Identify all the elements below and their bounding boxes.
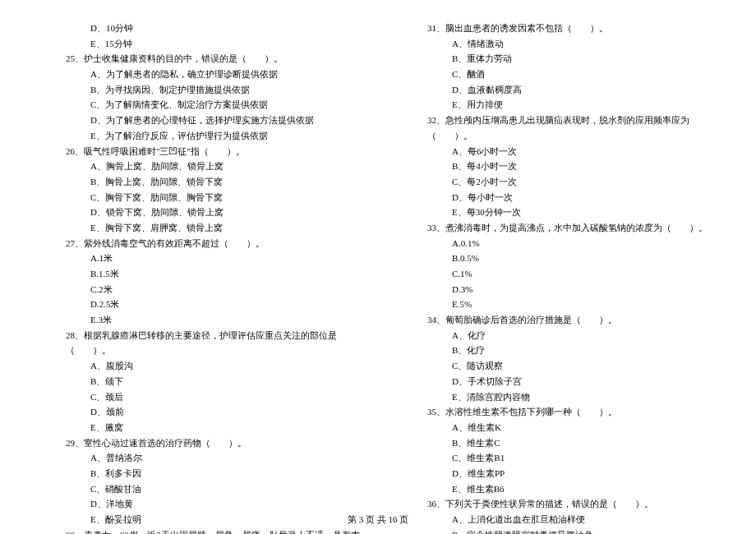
question-stem: 31、脑出血患者的诱发因素不包括（ ）。 bbox=[394, 21, 723, 36]
option-text: B.1.5米 bbox=[33, 266, 362, 282]
option-text: D、血液黏稠度高 bbox=[394, 82, 723, 98]
question-stem: 28、根据乳腺癌淋巴转移的主要途径，护理评估应重点关注的部位是（ ）。 bbox=[33, 328, 362, 358]
question-stem: 35、水溶性维生素不包括下列哪一种（ ）。 bbox=[394, 404, 723, 420]
option-text: B、利多卡因 bbox=[33, 466, 362, 481]
option-text: E.5% bbox=[394, 297, 723, 312]
option-text: E、15分钟 bbox=[33, 36, 362, 52]
option-text: E、维生素B6 bbox=[394, 481, 723, 497]
option-text: E、用力排便 bbox=[394, 97, 723, 113]
option-text: C、随访观察 bbox=[394, 358, 723, 374]
option-text: D.3% bbox=[394, 282, 723, 297]
option-text: A、化疗 bbox=[394, 328, 723, 343]
option-text: E、胸骨下窝、肩胛窝、锁骨上窝 bbox=[33, 220, 362, 236]
question-stem: 26、吸气性呼吸困难时"三凹征"指（ ）。 bbox=[33, 144, 362, 159]
option-text: A、为了解患者的隐私，确立护理诊断提供依据 bbox=[33, 67, 362, 82]
option-text: E、清除宫腔内容物 bbox=[394, 389, 723, 405]
option-text: B、颌下 bbox=[33, 374, 362, 389]
question-stem: 33、煮沸消毒时，为提高沸点，水中加入碳酸氢钠的浓度为（ ）。 bbox=[394, 220, 723, 236]
option-text: C、为了解病情变化、制定治疗方案提供依据 bbox=[33, 97, 362, 113]
question-stem: 32、急性颅内压增高患儿出现脑疝表现时，脱水剂的应用频率应为（ ）。 bbox=[394, 113, 723, 143]
option-text: B、完全性胆道阻塞时粪便呈酱油色 bbox=[394, 527, 723, 534]
question-stem: 36、下列关于粪便性状异常的描述，错误的是（ ）。 bbox=[394, 496, 723, 512]
option-text: D、锁骨下窝、肋间隙、锁骨上窝 bbox=[33, 205, 362, 220]
option-text: D.2.5米 bbox=[33, 297, 362, 312]
page-footer: 第 3 页 共 16 页 bbox=[0, 512, 756, 527]
option-text: E.3米 bbox=[33, 312, 362, 328]
option-text: C、胸骨下窝、肋间隙、胸骨下窝 bbox=[33, 190, 362, 205]
option-text: A、每6小时一次 bbox=[394, 144, 723, 159]
question-stem: 34、葡萄胎确诊后首选的治疗措施是（ ）。 bbox=[394, 312, 723, 328]
option-text: B.0.5% bbox=[394, 251, 723, 266]
option-text: D、维生素PP bbox=[394, 466, 723, 481]
option-text: A.0.1% bbox=[394, 236, 723, 251]
option-text: D、10分钟 bbox=[33, 21, 362, 36]
option-text: C、颈后 bbox=[33, 389, 362, 405]
right-column: 31、脑出血患者的诱发因素不包括（ ）。 A、情绪激动 B、重体力劳动 C、酗酒… bbox=[394, 21, 723, 534]
option-text: A.1米 bbox=[33, 251, 362, 266]
option-text: E、每30分钟一次 bbox=[394, 205, 723, 220]
option-text: C、维生素B1 bbox=[394, 450, 723, 466]
option-text: B、重体力劳动 bbox=[394, 51, 723, 67]
option-text: B、胸骨上窝、肋间隙、锁骨下窝 bbox=[33, 174, 362, 190]
option-text: B、为寻找病因、制定护理措施提供依据 bbox=[33, 82, 362, 98]
question-stem: 29、室性心动过速首选的治疗药物（ ）。 bbox=[33, 435, 362, 451]
option-text: D、颈前 bbox=[33, 404, 362, 420]
option-text: A、胸骨上窝、肋间隙、锁骨上窝 bbox=[33, 159, 362, 174]
option-text: B、化疗 bbox=[394, 343, 723, 358]
option-text: D、洋地黄 bbox=[33, 496, 362, 512]
option-text: C、每2小时一次 bbox=[394, 174, 723, 190]
option-text: C、酗酒 bbox=[394, 67, 723, 82]
option-text: E、腋窝 bbox=[33, 420, 362, 435]
option-text: B、维生素C bbox=[394, 435, 723, 451]
question-stem: 27、紫外线消毒空气的有效距离不超过（ ）。 bbox=[33, 236, 362, 251]
question-stem: 30、患者女，60岁，近2天出现尿频、尿急、尿痛、耻骨弓上不适，具有肉眼血尿，初… bbox=[33, 527, 362, 534]
question-stem: 25、护士收集健康资料的目的中，错误的是（ ）。 bbox=[33, 51, 362, 67]
option-text: C、硝酸甘油 bbox=[33, 481, 362, 497]
option-text: C.2米 bbox=[33, 282, 362, 297]
option-text: D、手术切除子宫 bbox=[394, 374, 723, 389]
option-text: A、普纳洛尔 bbox=[33, 450, 362, 466]
option-text: A、腹股沟 bbox=[33, 358, 362, 374]
option-text: A、情绪激动 bbox=[394, 36, 723, 52]
option-text: C.1% bbox=[394, 266, 723, 282]
option-text: D、每小时一次 bbox=[394, 190, 723, 205]
option-text: D、为了解患者的心理特征，选择护理实施方法提供依据 bbox=[33, 113, 362, 128]
left-column: D、10分钟 E、15分钟 25、护士收集健康资料的目的中，错误的是（ ）。 A… bbox=[33, 21, 362, 534]
option-text: E、为了解治疗反应，评估护理行为提供依据 bbox=[33, 128, 362, 144]
option-text: A、维生素K bbox=[394, 420, 723, 435]
option-text: B、每4小时一次 bbox=[394, 159, 723, 174]
